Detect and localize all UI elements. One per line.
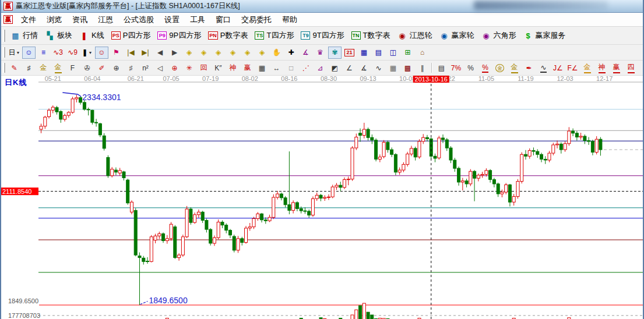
menu-news[interactable]: 资讯 [67, 13, 93, 26]
brush-tool-button[interactable]: ✐ [95, 62, 108, 74]
shift-left-button[interactable]: ◈ [182, 47, 196, 59]
save-button[interactable]: ◫ [386, 47, 400, 59]
calculator-button[interactable]: ▦ [357, 47, 371, 59]
square-spiral-button[interactable]: 回 [197, 62, 210, 74]
gann-target-button[interactable]: ⊕ [168, 62, 181, 74]
k-marks-button[interactable]: K″ [212, 62, 225, 74]
percent-line-button[interactable]: % [478, 62, 492, 74]
box-select-button[interactable]: □ [284, 62, 298, 74]
last-bar-button[interactable]: ▶| [139, 47, 152, 59]
gold-angle-button[interactable]: 金 [580, 62, 594, 74]
smart-chart-button[interactable]: ✾ [328, 47, 342, 59]
toolbar-item-hexagon[interactable]: ◉六角形 [478, 29, 520, 42]
candle-annotate-button[interactable]: ✒ [522, 62, 536, 74]
spiral-tool-button[interactable]: ✇ [80, 62, 94, 74]
polyline-9-button[interactable]: ∿9 [66, 47, 79, 59]
prev-bar-button[interactable]: ◀ [153, 47, 167, 59]
polyline-3-button[interactable]: ∿3 [51, 47, 65, 59]
gold-levels-button[interactable]: 金 [508, 62, 521, 74]
menu-gann[interactable]: 江恩 [93, 13, 118, 26]
price-scale-button[interactable]: ▤ [435, 62, 448, 74]
title-bar[interactable]: 赢 赢家江恩专业版[赢家内部服务平台] - [上证指数 SH1A0001-167… [1, 0, 643, 13]
gann-view-blue-button[interactable]: ☺ [22, 47, 36, 59]
time-grid-button[interactable]: ♯ [22, 62, 36, 74]
shen-tool-button[interactable]: 神 [226, 62, 240, 74]
grid-box-1-button[interactable]: ▦ [386, 62, 400, 74]
toolbar-item-p-number-table[interactable]: PNP数字表 [205, 29, 251, 42]
zoom-out-h-button[interactable]: ◈ [212, 47, 225, 59]
toolbar-grip[interactable] [3, 63, 5, 73]
period-daily-dropdown-button[interactable]: 日▼ [8, 47, 21, 59]
info-panel-button[interactable]: ≡ [37, 47, 50, 59]
toolbar-item-t-number-table[interactable]: TNT数字表 [348, 29, 394, 42]
toolbar-item-sectors[interactable]: ▚板块 [41, 29, 76, 42]
angle-measure-button[interactable]: ∡ [299, 47, 312, 59]
pen-tool-button[interactable]: ✎ [8, 62, 21, 74]
zoom-in-h-button[interactable]: ◈ [226, 47, 240, 59]
menu-help[interactable]: 帮助 [277, 13, 302, 26]
trend-angle-1-button[interactable]: ∠ [343, 62, 356, 74]
toolbar-item-kline[interactable]: ❚K线 [76, 29, 108, 42]
menu-formula-stockpick[interactable]: 公式选股 [118, 13, 159, 26]
toolbar-item-t-square[interactable]: TST四方形 [251, 29, 297, 42]
first-bar-button[interactable]: |◀ [124, 47, 138, 59]
remote-assist-button[interactable]: ⌂ [416, 47, 429, 59]
j-angle-button[interactable]: J∠ [551, 62, 565, 74]
toolbar-grip[interactable] [3, 47, 5, 58]
zoom-all-button[interactable]: ◈ [241, 47, 254, 59]
bar-count-grid-button[interactable]: ♯ [124, 62, 138, 74]
fib-lines-button[interactable]: F [66, 62, 79, 74]
gold-grid-1-button[interactable]: 金 [37, 62, 50, 74]
circle-lines-button[interactable]: ⊕ [110, 62, 123, 74]
toolbar-item-quotes[interactable]: ▦行情 [7, 29, 41, 42]
toolbar-item-winner-wheel[interactable]: ◉赢家轮 [436, 29, 478, 42]
gold-circle-button[interactable]: 金 [493, 62, 506, 74]
menu-tools[interactable]: 工具 [185, 13, 210, 26]
shift-right-button[interactable]: ◈ [197, 47, 210, 59]
fan-box-button[interactable]: ⊿ [314, 62, 327, 74]
menu-window[interactable]: 窗口 [210, 13, 236, 26]
shen-angle-button[interactable]: 神 [595, 62, 608, 74]
zoom-v-button[interactable]: ◈ [255, 47, 269, 59]
menu-settings[interactable]: 设置 [159, 13, 185, 26]
calendar-button[interactable]: 21 [343, 47, 356, 59]
toolbar-item-gann-wheel[interactable]: ◉江恩轮 [394, 29, 436, 42]
mirror-angle-button[interactable]: ◁ [153, 62, 167, 74]
crosshair-tool-button[interactable]: ✚ [284, 47, 298, 59]
pan-hand-button[interactable]: ✋ [270, 47, 283, 59]
toolbar-item-p-square[interactable]: PSP四方形 [108, 29, 154, 42]
candlestick-chart[interactable]: 05-2106-0406-2107-0507-1908-0208-1608-30… [1, 76, 644, 319]
si-angle-button[interactable]: 四 [624, 62, 638, 74]
volume-pane-button[interactable]: ⚑ [110, 47, 123, 59]
ying-angle-button[interactable]: 赢 [610, 62, 623, 74]
square-of-n-button[interactable]: n² [139, 62, 152, 74]
toolbar-item-9t-square[interactable]: T99T四方形 [297, 29, 347, 42]
menu-file[interactable]: 文件 [16, 13, 41, 26]
kline-chart-area[interactable]: 日K线 05-2106-0406-2107-0507-1908-0208-160… [1, 76, 644, 319]
gold-grid-2-button[interactable]: 金 [51, 62, 65, 74]
width-measure-button[interactable]: ↔ [270, 62, 283, 74]
toolbar-item-winner-service[interactable]: $赢家服务 [520, 29, 569, 42]
menu-trade[interactable]: 交易委托 [236, 13, 277, 26]
percent-button[interactable]: % [464, 62, 477, 74]
parallel-lines-button[interactable]: ∥ [416, 62, 429, 74]
ying-tool-button[interactable]: 赢 [241, 62, 254, 74]
next-bar-button[interactable]: ▶ [168, 47, 181, 59]
f-angle-button[interactable]: F∠ [566, 62, 579, 74]
crown-tool-button[interactable]: ♛ [314, 47, 327, 59]
toolbar-item-9p-square[interactable]: P99P四方形 [154, 29, 205, 42]
notes-button[interactable]: ▤ [372, 47, 385, 59]
gann-fan-red-button[interactable]: ⋰ [299, 62, 312, 74]
toolbar-grip[interactable] [3, 30, 5, 42]
wave-tool-button[interactable]: ∿ [372, 62, 385, 74]
sync-network-button[interactable]: ⊞ [401, 47, 414, 59]
candle-style-dropdown-button[interactable]: ❚▼ [80, 47, 94, 59]
percent-7-button[interactable]: 7% [449, 62, 463, 74]
grid-box-2-button[interactable]: ▩ [401, 62, 414, 74]
trend-angle-2-button[interactable]: ∡ [357, 62, 371, 74]
fan-dark-button[interactable]: ◩ [328, 62, 342, 74]
gann-view-red-button[interactable]: ☺ [95, 47, 108, 59]
count-grid-123-button[interactable]: ▦ [255, 62, 269, 74]
web-star-button[interactable]: ✳ [182, 62, 196, 74]
menu-browse[interactable]: 浏览 [41, 13, 67, 26]
